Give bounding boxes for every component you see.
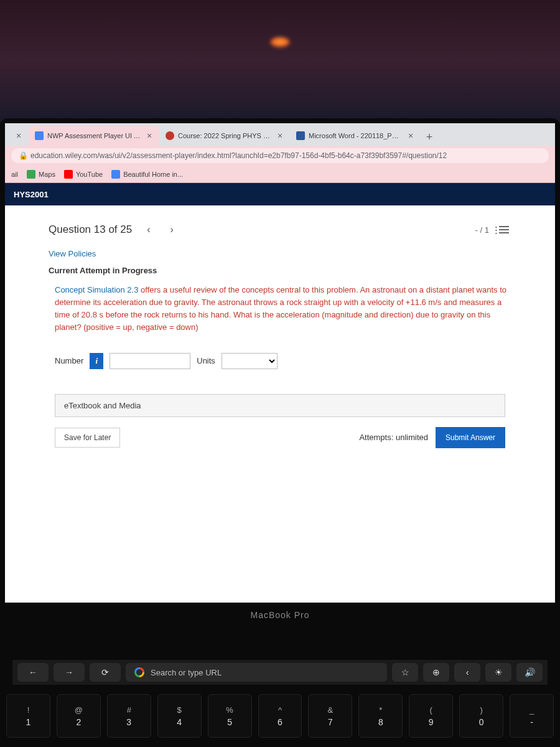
etextbook-button[interactable]: eTextbook and Media — [55, 394, 505, 417]
tab-title: Microsoft Word - 220118_PHYS — [309, 132, 403, 139]
key-8[interactable]: *8 — [358, 694, 403, 738]
number-input[interactable] — [110, 353, 190, 369]
google-icon — [134, 667, 144, 677]
key-2[interactable]: @2 — [57, 694, 101, 738]
favicon-course — [166, 131, 174, 140]
tab-0[interactable]: × — [5, 126, 29, 146]
course-header: HYS2001 — [5, 183, 555, 205]
question-content: Question 13 of 25 ‹ › - / 1 View Policie… — [5, 205, 555, 448]
view-policies-link[interactable]: View Policies — [49, 249, 511, 258]
key-4[interactable]: $4 — [157, 694, 202, 738]
youtube-icon — [64, 170, 73, 179]
touchbar-volume-button[interactable]: 🔊 — [516, 663, 543, 682]
attempts-remaining: Attempts: unlimited — [359, 433, 428, 442]
tab-strip: × NWP Assessment Player UI App × Course:… — [5, 123, 555, 146]
bookmark-label: Beautiful Home in... — [123, 171, 183, 178]
info-icon[interactable]: i — [90, 353, 103, 369]
tab-3[interactable]: Microsoft Word - 220118_PHYS × — [290, 126, 421, 146]
question-menu-icon[interactable] — [497, 223, 511, 236]
bookmark-label: ail — [11, 171, 18, 178]
bookmark-label: YouTube — [76, 171, 103, 178]
units-select[interactable] — [222, 353, 278, 369]
key-6[interactable]: ^6 — [258, 694, 302, 738]
key-0[interactable]: )0 — [459, 694, 503, 738]
tab-title: NWP Assessment Player UI App — [47, 132, 142, 139]
macbook-label: MacBook Pro — [250, 610, 309, 620]
home-icon — [111, 170, 120, 179]
units-label: Units — [197, 356, 215, 365]
url-input[interactable]: 🔒 education.wiley.com/was/ui/v2/assessme… — [11, 148, 549, 163]
answer-row: Number i Units — [49, 353, 511, 369]
key-5[interactable]: %5 — [208, 694, 252, 738]
key-7[interactable]: &7 — [308, 694, 352, 738]
key-3[interactable]: #3 — [107, 694, 151, 738]
score-display: - / 1 — [475, 225, 489, 235]
url-text: education.wiley.com/was/ui/v2/assessment… — [30, 151, 447, 160]
course-code: HYS2001 — [14, 190, 49, 199]
touchbar-back-button[interactable]: ← — [17, 663, 49, 682]
bookmarks-bar: ail Maps YouTube Beautiful Home in... — [5, 166, 555, 183]
close-icon[interactable]: × — [276, 132, 284, 139]
key-1[interactable]: !1 — [6, 694, 50, 738]
prev-question-button[interactable]: ‹ — [142, 222, 155, 238]
bookmark-maps[interactable]: Maps — [27, 170, 55, 179]
number-label: Number — [55, 356, 83, 365]
favicon-nwp — [35, 131, 44, 140]
touchbar-newtab-button[interactable]: ⊕ — [423, 663, 449, 682]
key-9[interactable]: (9 — [409, 694, 453, 738]
tab-2[interactable]: Course: 2022 Spring PHYS 200 × — [159, 126, 290, 146]
touchbar-expand-button[interactable]: ‹ — [454, 663, 480, 682]
bookmark-gmail[interactable]: ail — [11, 171, 18, 178]
close-icon[interactable]: × — [15, 132, 22, 139]
address-bar: 🔒 education.wiley.com/was/ui/v2/assessme… — [5, 146, 555, 166]
bookmark-label: Maps — [39, 171, 55, 178]
favicon-word — [296, 131, 305, 140]
attempt-status: Current Attempt in Progress — [49, 266, 511, 275]
submit-answer-button[interactable]: Submit Answer — [436, 427, 505, 448]
maps-icon — [27, 170, 35, 179]
touchbar-brightness-button[interactable]: ☀ — [485, 663, 511, 682]
save-for-later-button[interactable]: Save for Later — [55, 428, 120, 448]
tab-title: Course: 2022 Spring PHYS 200 — [178, 132, 273, 139]
lock-icon: 🔒 — [19, 151, 28, 160]
key-dash[interactable]: _- — [510, 694, 554, 738]
touchbar-forward-button[interactable]: → — [54, 663, 85, 682]
bookmark-home[interactable]: Beautiful Home in... — [111, 170, 183, 179]
next-question-button[interactable]: › — [166, 222, 179, 238]
problem-text: Concept Simulation 2.3 offers a useful r… — [49, 284, 511, 334]
close-icon[interactable]: × — [407, 132, 414, 139]
keyboard-row: !1 @2 #3 $4 %5 ^6 &7 *8 (9 )0 _- — [6, 694, 554, 738]
tab-1[interactable]: NWP Assessment Player UI App × — [29, 126, 159, 146]
new-tab-button[interactable]: + — [421, 128, 438, 146]
touchbar-search[interactable]: Search or type URL — [126, 663, 387, 682]
touchbar-favorite-button[interactable]: ☆ — [392, 663, 418, 682]
touchbar: ← → ⟳ Search or type URL ☆ ⊕ ‹ ☀ 🔊 — [12, 660, 548, 685]
close-icon[interactable]: × — [146, 132, 153, 139]
simulation-link[interactable]: Concept Simulation 2.3 — [55, 285, 138, 294]
touchbar-refresh-button[interactable]: ⟳ — [90, 663, 121, 682]
touchbar-search-label: Search or type URL — [151, 668, 222, 677]
bookmark-youtube[interactable]: YouTube — [64, 170, 103, 179]
question-number: Question 13 of 25 — [49, 223, 132, 236]
